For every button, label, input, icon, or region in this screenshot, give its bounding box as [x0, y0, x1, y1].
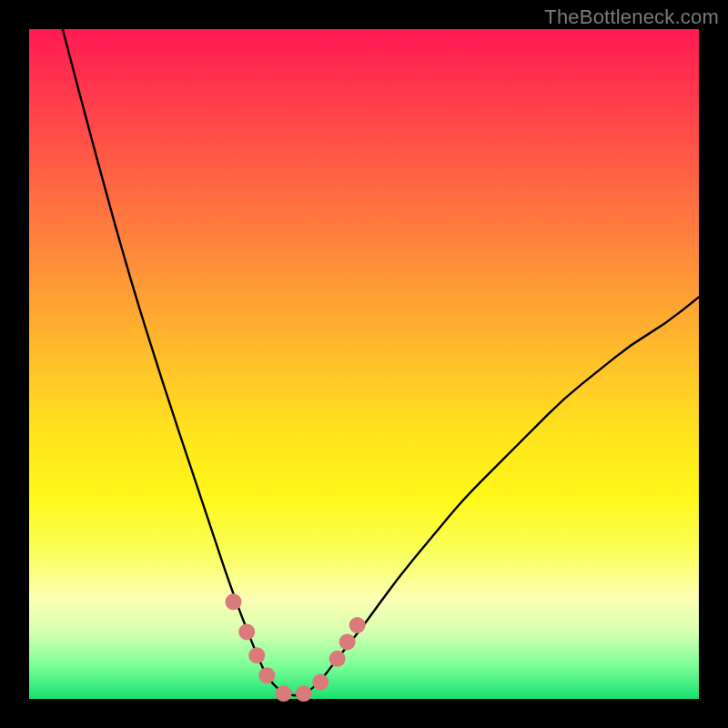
marker-dot	[226, 593, 242, 610]
marker-dot	[296, 685, 312, 702]
curve-svg	[29, 29, 699, 699]
marker-dot	[276, 685, 292, 702]
watermark-text: TheBottleneck.com	[544, 5, 719, 29]
chart-frame: TheBottleneck.com	[0, 0, 728, 728]
marker-dot	[238, 623, 255, 640]
marker-group	[226, 593, 366, 702]
marker-dot	[349, 617, 366, 633]
marker-dot	[339, 633, 356, 650]
plot-area	[29, 29, 699, 699]
bottleneck-curve	[63, 29, 699, 695]
marker-dot	[312, 674, 329, 691]
marker-dot	[248, 647, 265, 663]
marker-dot	[329, 651, 346, 667]
marker-dot	[258, 667, 275, 683]
